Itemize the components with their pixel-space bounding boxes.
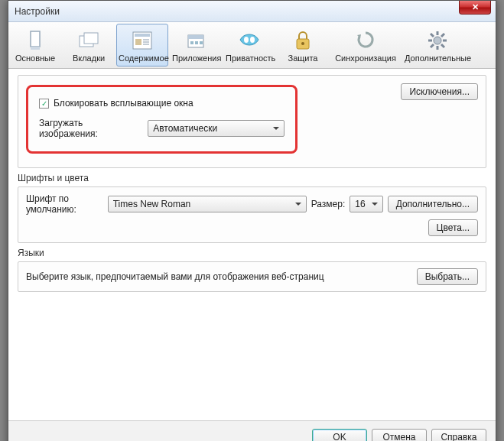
tab-security[interactable]: Защита [277,24,329,66]
sync-icon [333,29,398,52]
privacy-icon [226,29,273,52]
tab-content-label: Содержимое [119,54,166,63]
svg-rect-13 [195,41,198,44]
tab-general-label: Основные [11,54,59,63]
svg-point-16 [250,37,255,43]
svg-rect-5 [135,34,150,37]
fonts-advanced-button[interactable]: Дополнительно... [388,196,478,212]
tab-sync-label: Синхронизация [333,54,398,63]
svg-line-24 [431,34,434,37]
cancel-button[interactable]: Отмена [372,429,427,441]
font-size-label: Размер: [311,199,346,209]
window-title: Настройки [15,6,60,17]
tab-applications[interactable]: Приложения [170,24,222,66]
languages-section: Выберите язык, предпочитаемый вами для о… [18,261,486,292]
fonts-section: Шрифт по умолчанию: Times New Roman Разм… [18,186,486,243]
colors-button[interactable]: Цвета... [428,219,478,236]
gear-icon [405,29,470,52]
svg-rect-6 [135,39,141,45]
svg-rect-0 [31,31,40,47]
tab-content[interactable]: Содержимое [116,24,168,66]
titlebar: Настройки ✕ [8,1,496,22]
default-font-select[interactable]: Times New Roman [108,196,307,212]
exceptions-button[interactable]: Исключения... [401,83,478,100]
highlight-box: ✓ Блокировать всплывающие окна Загружать… [26,85,298,154]
default-font-value: Times New Roman [113,199,191,209]
tab-privacy[interactable]: Приватность [223,24,275,66]
load-images-select[interactable]: Автоматически [148,120,285,137]
dialog-footer: OK Отмена Справка [8,420,496,441]
settings-window: Настройки ✕ Основные Вкладки Содержимое [8,0,496,441]
svg-line-26 [441,34,444,37]
help-button[interactable]: Справка [431,429,486,441]
tab-security-label: Защита [279,54,327,63]
fonts-group-title: Шрифты и цвета [18,173,486,183]
tab-privacy-label: Приватность [226,54,273,63]
close-button[interactable]: ✕ [459,1,491,15]
svg-rect-11 [188,35,203,39]
svg-line-27 [431,44,434,47]
popups-section: ✓ Блокировать всплывающие окна Загружать… [18,75,486,168]
tab-general[interactable]: Основные [9,24,61,66]
svg-rect-12 [190,41,193,44]
font-size-select[interactable]: 16 [350,196,382,212]
choose-language-button[interactable]: Выбрать... [417,268,478,285]
svg-point-18 [301,42,304,45]
tab-tabs[interactable]: Вкладки [63,24,115,66]
svg-rect-3 [84,33,98,44]
category-toolbar: Основные Вкладки Содержимое Приложения П… [8,22,496,69]
load-images-value: Автоматически [153,123,217,134]
close-icon: ✕ [472,2,479,12]
load-images-label: Загружать изображения: [39,118,143,139]
tab-advanced-label: Дополнительные [405,54,470,63]
svg-rect-1 [31,47,40,50]
tab-advanced[interactable]: Дополнительные [402,24,473,66]
languages-desc: Выберите язык, предпочитаемый вами для о… [26,271,417,282]
tab-tabs-label: Вкладки [65,54,112,63]
svg-line-25 [441,44,444,47]
svg-point-15 [244,37,249,43]
font-size-value: 16 [355,199,365,209]
lock-icon [279,29,327,52]
languages-group-title: Языки [18,248,486,258]
ok-button[interactable]: OK [312,429,367,441]
applications-icon [172,29,219,52]
content-pane: ✓ Блокировать всплывающие окна Загружать… [8,69,496,420]
block-popups-label: Блокировать всплывающие окна [54,98,193,109]
svg-point-19 [434,37,441,44]
general-icon [11,29,59,52]
tab-sync[interactable]: Синхронизация [330,24,401,66]
tab-applications-label: Приложения [172,54,219,63]
block-popups-checkbox[interactable]: ✓ [39,99,49,109]
content-icon [119,29,166,52]
svg-rect-14 [200,41,203,44]
tabs-icon [65,29,112,52]
default-font-label: Шрифт по умолчанию: [26,193,103,215]
